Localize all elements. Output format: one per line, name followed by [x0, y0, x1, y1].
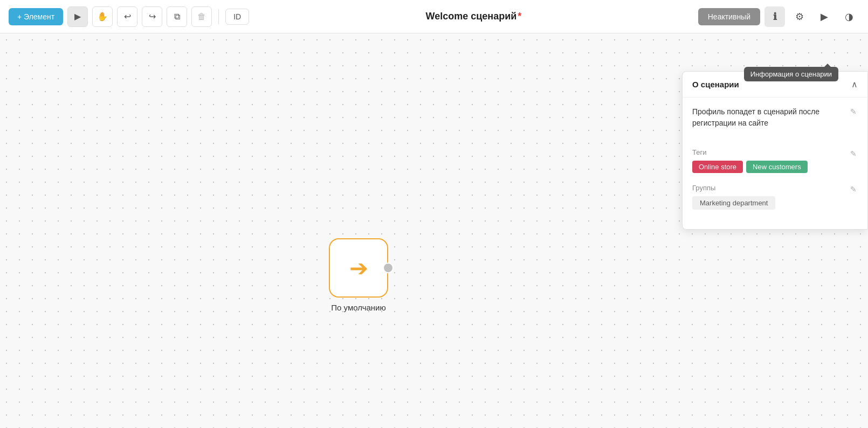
tags-header-row: Теги Online store New customers ✎ — [692, 148, 858, 173]
analytics-button[interactable]: ◑ — [839, 6, 859, 27]
node-label: По умолчанию — [331, 303, 385, 312]
gear-icon: ⚙ — [795, 11, 804, 23]
description-section: Профиль попадет в сценарий после регистр… — [692, 106, 858, 137]
copy-button[interactable]: ⧉ — [167, 6, 187, 27]
play-icon: ▶ — [821, 11, 828, 23]
play-button[interactable]: ▶ — [814, 6, 835, 27]
delete-button[interactable]: 🗑 — [191, 6, 212, 27]
info-button[interactable]: ℹ — [764, 6, 785, 27]
add-element-button[interactable]: + Элемент — [9, 8, 63, 25]
canvas[interactable]: ➔︎ По умолчанию Информация о сценарии О … — [0, 33, 868, 428]
edit-description-button[interactable]: ✎ — [849, 106, 858, 117]
groups-header-row: Группы Marketing department ✎ — [692, 184, 858, 210]
groups-section: Группы Marketing department ✎ — [692, 184, 858, 210]
scenario-title: Welcome сценарий — [426, 11, 517, 22]
groups-content: Группы Marketing department — [692, 184, 845, 210]
group-marketing: Marketing department — [692, 196, 775, 210]
groups-label: Группы — [692, 184, 845, 192]
redo-icon: ↪ — [149, 11, 156, 22]
info-panel-body: Профиль попадет в сценарий после регистр… — [683, 98, 867, 229]
tags-label: Теги — [692, 148, 845, 156]
inactive-button[interactable]: Неактивный — [698, 8, 760, 25]
tag-online-store: Online store — [692, 161, 743, 173]
undo-icon: ↩ — [124, 11, 131, 22]
info-panel-title: О сценарии — [692, 80, 739, 89]
redo-button[interactable]: ↪ — [142, 6, 162, 27]
node-connector[interactable] — [383, 263, 394, 273]
tags-content: Теги Online store New customers — [692, 148, 845, 173]
info-panel: О сценарии ∧ Профиль попадет в сценарий … — [682, 71, 868, 230]
toolbar: + Элемент ▶︎ ✋ ↩ ↪ ⧉ 🗑 ID Welcome сценар… — [0, 0, 868, 33]
tag-new-customers: New customers — [746, 161, 808, 173]
edit-tags-button[interactable]: ✎ — [849, 148, 858, 159]
collapse-button[interactable]: ∧ — [851, 79, 858, 89]
toolbar-right-actions: ℹ ⚙ ▶ ◑ — [764, 6, 859, 27]
chart-icon: ◑ — [845, 11, 853, 23]
toolbar-separator-1 — [218, 9, 219, 24]
cursor-icon: ▶︎ — [74, 11, 81, 22]
tags-section: Теги Online store New customers ✎ — [692, 148, 858, 173]
id-button[interactable]: ID — [225, 9, 249, 25]
node-box[interactable]: ➔︎ — [329, 238, 388, 298]
info-icon: ℹ — [773, 11, 777, 23]
cursor-tool-button[interactable]: ▶︎ — [67, 6, 88, 27]
tags-container: Online store New customers — [692, 161, 845, 173]
hand-tool-button[interactable]: ✋ — [92, 6, 113, 27]
node-signin-icon: ➔︎ — [349, 255, 368, 281]
copy-icon: ⧉ — [174, 12, 180, 22]
edit-groups-button[interactable]: ✎ — [849, 184, 858, 195]
scenario-node[interactable]: ➔︎ По умолчанию — [329, 238, 388, 312]
required-star: * — [518, 11, 521, 22]
delete-icon: 🗑 — [197, 12, 206, 22]
settings-button[interactable]: ⚙ — [789, 6, 810, 27]
hand-icon: ✋ — [97, 11, 108, 22]
groups-container: Marketing department — [692, 196, 845, 210]
undo-button[interactable]: ↩ — [117, 6, 137, 27]
info-panel-header: О сценарии ∧ — [683, 72, 867, 98]
scenario-description: Профиль попадет в сценарий после регистр… — [692, 106, 845, 129]
toolbar-title-area: Welcome сценарий* — [253, 11, 694, 22]
